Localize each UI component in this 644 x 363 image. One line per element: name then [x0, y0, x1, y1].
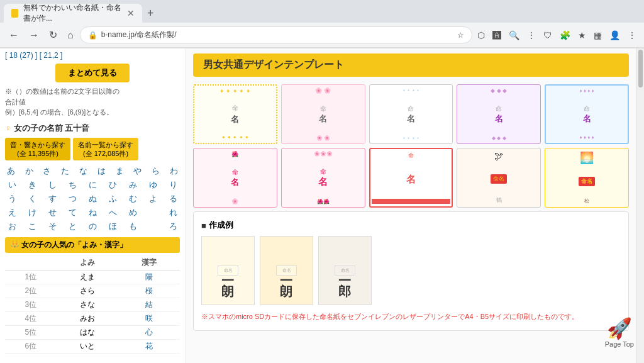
template-card-1[interactable]: ✦ ✦ ✦ ✦ ✦ 命 名 ✦ ✦ ✦ ✦ ✦ [193, 84, 277, 144]
active-tab[interactable]: 無料でかわいい命名紙・命名書が作... ✕ [4, 4, 142, 23]
kanji-cell: 心 [118, 326, 180, 340]
back-button[interactable]: ← [5, 27, 23, 43]
kana-e[interactable]: え [5, 207, 19, 218]
kana-yo[interactable]: よ [146, 193, 160, 204]
ranking-row[interactable]: 6位 いと 花 [5, 340, 180, 354]
kana-ka[interactable]: か [23, 165, 35, 177]
amazon-icon[interactable]: 🅰 [490, 28, 504, 43]
page-top-button[interactable]: 🚀 Page Top [605, 316, 634, 348]
reload-button[interactable]: ↻ [45, 26, 61, 43]
kana-hi[interactable]: ひ [106, 179, 119, 191]
kana-chi[interactable]: ち [65, 179, 79, 191]
kana-te[interactable]: て [65, 207, 79, 218]
template-card-8[interactable]: 命 名 [369, 148, 453, 208]
scrollbar[interactable] [636, 48, 644, 363]
kana-fu[interactable]: ふ [106, 193, 119, 204]
girls-section-header: ♀ 女の子の名前 五十音 [5, 123, 180, 134]
kana-to[interactable]: と [65, 221, 79, 232]
kana-a[interactable]: あ [5, 165, 17, 177]
kana-tsu[interactable]: つ [65, 193, 79, 204]
template-card-6[interactable]: 🌺 命 名 🌸 [193, 148, 277, 208]
kana-ne[interactable]: ね [86, 207, 99, 218]
rank-col-header [5, 255, 57, 271]
address-bar[interactable]: 🔒 b-name.jp/命名紙作製/ ☆ [80, 26, 472, 43]
kana-mi[interactable]: み [126, 179, 140, 191]
kanji-cell: 桜 [118, 284, 180, 298]
note-line1: ※（）の数値は名前の2文字目以降の [5, 87, 119, 95]
yomi-col-header: よみ [57, 255, 118, 271]
kana-mu[interactable]: む [126, 193, 140, 204]
crown2-icon: 👑 [10, 240, 21, 249]
kana-u[interactable]: う [5, 193, 19, 204]
dots-icon[interactable]: ⋮ [525, 28, 538, 43]
kana-se[interactable]: せ [45, 207, 59, 218]
profile-icon[interactable]: 👤 [607, 28, 623, 43]
kana-ke[interactable]: け [25, 207, 39, 218]
kana-ro[interactable]: ろ [166, 221, 180, 232]
kana-ya[interactable]: や [132, 165, 144, 177]
menu-button[interactable]: ⋮ [625, 28, 639, 43]
kana-re[interactable]: れ [166, 207, 180, 218]
yomi-cell: はな [57, 326, 118, 340]
ranking-row[interactable]: 5位 はな 心 [5, 326, 180, 340]
kana-me[interactable]: め [126, 207, 140, 218]
kana-wa[interactable]: わ [168, 165, 180, 177]
kana-ni[interactable]: に [86, 179, 99, 191]
sidebar-links[interactable]: [ 18 (27) ] [ 21,2 ] [5, 51, 180, 60]
kana-ki[interactable]: き [25, 179, 39, 191]
kana-he[interactable]: へ [106, 207, 119, 218]
kana-shi[interactable]: し [45, 179, 59, 191]
template-card-3[interactable]: ⋆ ⋆ ⋆ ⋆ 命 名 ⋆ ⋆ ⋆ ⋆ [369, 84, 453, 144]
ranking-title: 👑 女の子の人気の「よみ・漢字」 [5, 237, 180, 253]
kana-ku[interactable]: く [25, 193, 39, 204]
template-card-4[interactable]: ◆ ◆ ◆ 命 名 ◆ ◆ ◆ [457, 84, 541, 144]
kana-ha[interactable]: は [96, 165, 108, 177]
rocket-icon: 🚀 [607, 316, 632, 340]
ranking-row[interactable]: 4位 みお 咲 [5, 312, 180, 326]
ranking-row[interactable]: 2位 さら 桜 [5, 284, 180, 298]
summary-button[interactable]: まとめて見る [55, 64, 130, 82]
template-card-2[interactable]: 🌸 🌸 命 名 🌸 🌸 [281, 84, 365, 144]
puzzle-icon[interactable]: 🧩 [557, 28, 573, 43]
kana-yu[interactable]: ゆ [146, 179, 160, 191]
sort-by-name-button[interactable]: 名前一覧から探す (全 172,085件) [73, 138, 138, 161]
template-card-7[interactable]: 🌸🌸🌸 命 名 🌺🌺 [281, 148, 365, 208]
kana-ta[interactable]: た [59, 165, 71, 177]
browser-chrome: 無料でかわいい命名紙・命名書が作... ✕ + ← → ↻ ⌂ 🔒 b-name… [0, 0, 644, 48]
kana-sa[interactable]: さ [42, 165, 53, 177]
grid-icon[interactable]: ▦ [591, 28, 604, 43]
template-card-5[interactable]: ♦ ♦ ♦ ♦ 命 名 ♦ ♦ ♦ ♦ [545, 84, 629, 144]
kana-ko[interactable]: こ [25, 221, 39, 232]
kana-su[interactable]: す [45, 193, 59, 204]
kana-ho[interactable]: ほ [106, 221, 119, 232]
sample-note-text: ※スマホのmicro SDカードに保存した命名紙をセブンイレブンのレザープリンタ… [201, 313, 579, 320]
kana-nu[interactable]: ぬ [86, 193, 99, 204]
shield-icon[interactable]: 🛡 [541, 28, 555, 43]
kana-i[interactable]: い [5, 179, 19, 191]
new-tab-button[interactable]: + [142, 4, 159, 23]
kana-ma[interactable]: ま [114, 165, 126, 177]
kanji-cell: 花 [118, 340, 180, 354]
template-card-10[interactable]: 🌅 命名 松 [545, 148, 629, 208]
kana-so[interactable]: そ [45, 221, 59, 232]
star-icon[interactable]: ★ [575, 28, 589, 43]
tab-close-button[interactable]: ✕ [127, 8, 135, 18]
forward-button[interactable]: → [25, 27, 43, 43]
home-button[interactable]: ⌂ [64, 27, 77, 43]
ranking-row[interactable]: 1位 えま 陽 [5, 271, 180, 284]
kana-ra[interactable]: ら [150, 165, 162, 177]
kana-ri[interactable]: り [166, 179, 180, 191]
ranking-row[interactable]: 3位 さな 結 [5, 298, 180, 312]
kana-ru[interactable]: る [166, 193, 180, 204]
ranking-section: 👑 女の子の人気の「よみ・漢字」 よみ 漢字 1位 えま 陽2位 [5, 237, 180, 354]
kana-na[interactable]: な [77, 165, 89, 177]
kana-row-2: い き し ち に ひ み ゆ り [5, 179, 180, 191]
kana-no[interactable]: の [86, 221, 99, 232]
kana-mo[interactable]: も [126, 221, 140, 232]
template-card-9[interactable]: 🕊 命名 鶴 [457, 148, 541, 208]
search-icon[interactable]: 🔍 [506, 28, 522, 43]
extensions-button[interactable]: ⬡ [475, 28, 487, 43]
yomi-cell: えま [57, 271, 118, 284]
sort-by-sound-button[interactable]: 音・響きから探す (全 11,395件) [5, 138, 70, 161]
kana-o[interactable]: お [5, 221, 19, 232]
